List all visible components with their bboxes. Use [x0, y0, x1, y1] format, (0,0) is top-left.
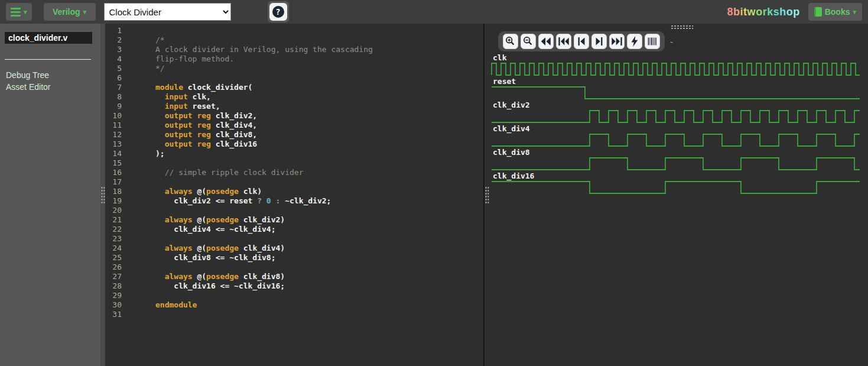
- code-line[interactable]: 29: [105, 291, 483, 300]
- right-triangle-bar-icon: [593, 35, 606, 48]
- skip-to-end-button[interactable]: [609, 34, 625, 49]
- logo-letter: r: [763, 6, 768, 18]
- code-text: clk_div2 <= reset ? 0 : ~clk_div2;: [128, 196, 331, 206]
- code-line[interactable]: 20: [105, 206, 483, 215]
- code-line[interactable]: 19 clk_div2 <= reset ? 0 : ~clk_div2;: [105, 196, 483, 206]
- signal-trace: [492, 111, 860, 122]
- bar-double-left-triangles-icon: [557, 35, 570, 48]
- code-line[interactable]: 15: [105, 158, 483, 168]
- books-dropdown-button[interactable]: Books ▾: [808, 3, 862, 21]
- run-fast-button[interactable]: [627, 34, 642, 49]
- code-line[interactable]: 16 // simple ripple clock divider: [105, 168, 483, 177]
- platform-label: Verilog: [53, 7, 80, 17]
- code-line[interactable]: 31: [105, 310, 483, 319]
- drag-handle-icon[interactable]: [101, 186, 105, 204]
- code-line[interactable]: 23: [105, 234, 483, 244]
- code-text: [128, 158, 160, 168]
- logo-link[interactable]: 8bitworkshop: [727, 6, 800, 18]
- logo-letter: 8: [727, 6, 734, 18]
- line-number: 9: [105, 102, 128, 111]
- zoom-in-button[interactable]: [503, 34, 518, 49]
- step-forward-button[interactable]: [591, 34, 607, 49]
- zoom-out-button[interactable]: [521, 34, 536, 49]
- line-number: 4: [105, 54, 128, 64]
- bar-left-triangle-icon: [575, 35, 588, 48]
- book-icon: [814, 7, 822, 17]
- main-menu-button[interactable]: ▾: [6, 3, 32, 21]
- drag-handle-icon[interactable]: [671, 25, 693, 30]
- line-number: 6: [105, 73, 128, 83]
- logo-letter: o: [756, 6, 763, 18]
- code-line[interactable]: 25 clk_div8 <= ~clk_div8;: [105, 253, 483, 263]
- code-line[interactable]: 2/*: [105, 35, 483, 45]
- signal-trace: [492, 134, 860, 146]
- code-line[interactable]: 27 always @(posedge clk_div8): [105, 272, 483, 281]
- sidebar: clock_divider.v Debug Tree Asset Editor: [0, 24, 100, 366]
- editor-panel-splitter[interactable]: [483, 24, 489, 366]
- code-line[interactable]: 3A clock divider in Verilog, using the c…: [105, 45, 483, 54]
- logo-letter: p: [793, 6, 800, 18]
- lightning-bolt-icon: [628, 35, 641, 48]
- waveform-signal-clk_div2: clk_div2: [492, 101, 860, 122]
- code-editor[interactable]: 1 2/*3A clock divider in Verilog, using …: [105, 24, 483, 366]
- code-line[interactable]: 1: [105, 26, 483, 35]
- skip-to-start-button[interactable]: [556, 34, 571, 49]
- code-text: output reg clk_div16: [128, 140, 257, 149]
- code-line[interactable]: 22 clk_div4 <= ~clk_div4;: [105, 225, 483, 234]
- scope-button[interactable]: [645, 34, 660, 49]
- code-text: always @(posedge clk_div2): [128, 215, 285, 225]
- code-line[interactable]: 14);: [105, 149, 483, 158]
- top-toolbar: ▾ Verilog ▾ Clock Divider ? 8bitworkshop…: [0, 0, 868, 24]
- sidebar-item-asset-editor[interactable]: Asset Editor: [6, 81, 95, 93]
- sidebar-item-debug-tree[interactable]: Debug Tree: [6, 69, 95, 81]
- line-number: 22: [105, 225, 128, 234]
- sidebar-item-current-file[interactable]: clock_divider.v: [5, 32, 92, 44]
- waveform-display[interactable]: clkresetclk_div2clk_div4clk_div8clk_div1…: [490, 53, 868, 197]
- waveform-signal-clk: clk: [492, 53, 860, 75]
- help-button-frame: ?: [268, 1, 289, 22]
- code-line[interactable]: 26: [105, 263, 483, 272]
- magnifier-plus-icon: [504, 35, 517, 48]
- code-line[interactable]: 11 output reg clk_div4,: [105, 121, 483, 130]
- code-text: [128, 206, 160, 215]
- line-number: 21: [105, 215, 128, 225]
- code-line[interactable]: 24 always @(posedge clk_div4): [105, 244, 483, 253]
- logo-letter: k: [767, 6, 773, 18]
- signal-trace: [492, 182, 860, 193]
- line-number: 14: [105, 149, 128, 158]
- double-left-triangles-icon: [539, 35, 552, 48]
- code-line[interactable]: 6: [105, 73, 483, 83]
- code-text: [128, 310, 160, 319]
- waveform-signal-clk_div4: clk_div4: [492, 124, 860, 146]
- line-number: 8: [105, 92, 128, 102]
- step-back-button[interactable]: [574, 34, 589, 49]
- barcode-icon: [646, 35, 659, 48]
- code-line[interactable]: 10 output reg clk_div2,: [105, 111, 483, 121]
- code-line[interactable]: 7module clock_divider(: [105, 83, 483, 92]
- code-line[interactable]: 4flip-flop method.: [105, 54, 483, 64]
- code-text: clk_div4 <= ~clk_div4;: [128, 225, 276, 234]
- code-line[interactable]: 30endmodule: [105, 300, 483, 310]
- code-line[interactable]: 9 input reset,: [105, 102, 483, 111]
- code-line[interactable]: 18 always @(posedge clk): [105, 187, 483, 196]
- code-line[interactable]: 5*/: [105, 64, 483, 73]
- code-line[interactable]: 8 input clk,: [105, 92, 483, 102]
- rewind-button[interactable]: [538, 34, 554, 49]
- line-number: 16: [105, 168, 128, 177]
- signal-trace: [492, 63, 860, 75]
- code-line[interactable]: 21 always @(posedge clk_div2): [105, 215, 483, 225]
- code-line[interactable]: 17: [105, 177, 483, 187]
- code-line[interactable]: 13 output reg clk_div16: [105, 140, 483, 149]
- code-line[interactable]: 12 output reg clk_div8,: [105, 130, 483, 140]
- code-text: /*: [128, 35, 165, 45]
- logo-letter: s: [773, 6, 780, 18]
- code-line[interactable]: 28 clk_div16 <= ~clk_div16;: [105, 281, 483, 291]
- code-text: input clk,: [128, 92, 211, 102]
- platform-dropdown-button[interactable]: Verilog ▾: [44, 3, 96, 21]
- project-select[interactable]: Clock Divider: [104, 3, 231, 21]
- help-button[interactable]: ?: [269, 3, 287, 21]
- sidebar-editor-splitter[interactable]: [100, 24, 105, 366]
- signal-label: clk_div16: [493, 171, 535, 181]
- code-text: endmodule: [128, 300, 197, 310]
- drag-handle-icon[interactable]: [485, 186, 489, 204]
